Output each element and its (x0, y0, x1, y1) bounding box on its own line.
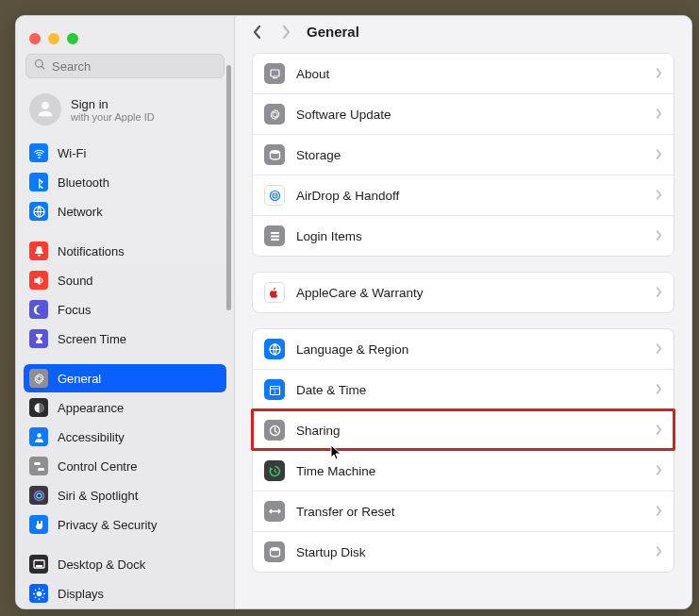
settings-row-label: Language & Region (296, 342, 644, 357)
speaker-icon (29, 271, 48, 290)
switches-icon (29, 457, 48, 475)
svg-line-14 (35, 590, 36, 591)
sidebar-item-displays[interactable]: Displays (24, 579, 226, 608)
chevron-right-icon (656, 543, 662, 560)
globe-icon (264, 339, 285, 359)
sidebar-item-label: Desktop & Dock (58, 558, 145, 572)
svg-point-2 (37, 433, 41, 437)
settings-row-label: Login Items (296, 229, 644, 243)
settings-group: AppleCare & Warranty (252, 272, 674, 313)
share-icon (264, 420, 285, 441)
settings-row-applecare-warranty[interactable]: AppleCare & Warranty (253, 273, 674, 312)
settings-row-transfer-or-reset[interactable]: Transfer or Reset (253, 491, 674, 531)
settings-row-label: Time Machine (296, 464, 644, 478)
svg-line-17 (42, 590, 42, 591)
sidebar-item-accessibility[interactable]: Accessibility (24, 423, 226, 451)
settings-row-language-region[interactable]: Language & Region (253, 329, 674, 369)
settings-row-about[interactable]: About (253, 54, 674, 93)
calendar-icon: 1 (264, 379, 285, 400)
sidebar-item-label: Displays (58, 587, 104, 601)
airdrop-icon (264, 185, 285, 206)
settings-row-label: About (296, 67, 644, 81)
sidebar-item-screen-time[interactable]: Screen Time (24, 325, 226, 353)
chevron-right-icon (656, 146, 662, 163)
settings-row-label: Sharing (296, 424, 644, 438)
sidebar-item-control-centre[interactable]: Control Centre (24, 452, 226, 480)
sidebar-list: Wi-FiBluetoothNetworkNotificationsSoundF… (16, 139, 234, 608)
sign-in-row[interactable]: Sign in with your Apple ID (16, 86, 234, 139)
search-icon (34, 58, 46, 74)
svg-text:1: 1 (274, 389, 276, 394)
chevron-right-icon (656, 462, 662, 479)
search-input[interactable] (52, 59, 216, 74)
sidebar-item-desktop-dock[interactable]: Desktop & Dock (24, 550, 226, 578)
sidebar-item-label: General (58, 372, 101, 386)
sidebar-item-focus[interactable]: Focus (24, 295, 226, 324)
chevron-right-icon (656, 227, 662, 244)
zoom-window-button[interactable] (67, 33, 78, 44)
svg-point-33 (270, 547, 279, 551)
sidebar-item-label: Accessibility (58, 430, 125, 444)
close-window-button[interactable] (29, 33, 41, 44)
chevron-right-icon (656, 381, 662, 398)
search-field[interactable] (25, 54, 225, 78)
sidebar-item-sound[interactable]: Sound (24, 266, 226, 294)
dock-icon (29, 555, 48, 574)
back-button[interactable] (250, 25, 265, 40)
mac-icon (264, 63, 285, 84)
sun-icon (29, 584, 48, 603)
sidebar-item-general[interactable]: General (24, 364, 226, 392)
hourglass-icon (29, 329, 48, 348)
sidebar-item-bluetooth[interactable]: Bluetooth (24, 168, 226, 196)
settings-row-airdrop-handoff[interactable]: AirDrop & Handoff (253, 175, 674, 215)
settings-row-label: Startup Disk (296, 545, 644, 559)
settings-row-label: Transfer or Reset (296, 505, 644, 519)
svg-line-16 (35, 596, 36, 597)
settings-row-date-time[interactable]: 1Date & Time (253, 369, 674, 409)
sidebar-item-label: Appearance (58, 401, 124, 415)
sidebar-item-appearance[interactable]: Appearance (24, 393, 226, 422)
settings-group: AboutSoftware UpdateStorageAirDrop & Han… (252, 53, 674, 257)
svg-rect-18 (271, 70, 279, 76)
settings-row-label: AppleCare & Warranty (296, 286, 644, 300)
chevron-right-icon (656, 187, 662, 204)
sidebar-item-siri-spotlight[interactable]: Siri & Spotlight (24, 481, 226, 509)
svg-rect-25 (271, 235, 279, 237)
gear-icon (29, 369, 48, 388)
svg-rect-4 (38, 468, 44, 471)
svg-point-20 (270, 150, 279, 154)
chevron-right-icon (656, 65, 662, 82)
settings-row-sharing[interactable]: Sharing (253, 409, 674, 450)
settings-row-login-items[interactable]: Login Items (253, 215, 674, 256)
list-icon (264, 225, 285, 246)
chevron-right-icon (656, 341, 662, 358)
settings-row-label: Date & Time (296, 383, 644, 397)
sign-in-subtitle: with your Apple ID (71, 111, 155, 123)
hand-icon (29, 515, 48, 534)
settings-row-startup-disk[interactable]: Startup Disk (253, 531, 674, 572)
moon-icon (29, 300, 48, 319)
sidebar-item-wi-fi[interactable]: Wi-Fi (24, 139, 226, 167)
sidebar-item-label: Focus (58, 303, 91, 317)
settings-row-time-machine[interactable]: Time Machine (253, 450, 674, 491)
sidebar-item-privacy-security[interactable]: Privacy & Security (24, 510, 226, 539)
titlebar: General (235, 16, 691, 49)
settings-row-storage[interactable]: Storage (253, 134, 674, 175)
sidebar-scrollbar[interactable] (226, 65, 231, 310)
sidebar-item-label: Network (58, 205, 103, 219)
avatar-placeholder-icon (29, 93, 61, 125)
forward-button[interactable] (278, 25, 293, 40)
page-title: General (307, 24, 359, 40)
sidebar-item-label: Privacy & Security (58, 518, 157, 532)
system-settings-window: Sign in with your Apple ID Wi-FiBluetoot… (15, 15, 692, 609)
window-controls (16, 24, 234, 54)
sidebar-item-notifications[interactable]: Notifications (24, 237, 226, 265)
gear-icon (264, 104, 285, 125)
person-icon (29, 427, 48, 446)
bluetooth-icon (29, 173, 48, 191)
settings-row-software-update[interactable]: Software Update (253, 93, 674, 134)
chevron-right-icon (656, 284, 662, 301)
sidebar-item-label: Sound (58, 274, 93, 288)
minimize-window-button[interactable] (48, 33, 59, 44)
sidebar-item-network[interactable]: Network (24, 197, 226, 225)
